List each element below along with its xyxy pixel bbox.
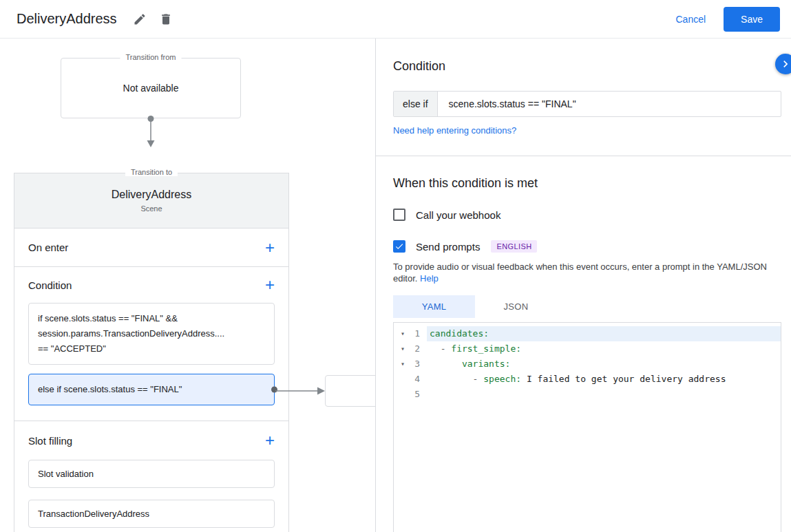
- editor-tabs: YAML JSON: [393, 295, 781, 318]
- fold-toggle-icon[interactable]: ▾: [394, 341, 412, 357]
- send-prompts-checkbox[interactable]: [393, 240, 405, 253]
- add-slot-button[interactable]: +: [261, 432, 279, 449]
- on-enter-section: On enter +: [14, 228, 288, 267]
- condition-section-label: Condition: [28, 279, 72, 291]
- checkmark-icon: [394, 242, 404, 251]
- fold-toggle-icon[interactable]: ▾: [394, 326, 412, 341]
- condition-value-input[interactable]: scene.slots.status == "FINAL": [438, 92, 781, 116]
- scene-card: Transition to DeliveryAddress Scene On e…: [14, 173, 289, 532]
- scene-subtitle: Scene: [140, 204, 162, 213]
- condition-box[interactable]: else if scene.slots.status == "FINAL": [28, 374, 275, 405]
- chevron-right-icon: [779, 57, 791, 71]
- scene-name: DeliveryAddress: [112, 189, 191, 201]
- line-number: 3: [412, 357, 427, 372]
- editor-line: ▾2 - first_simple:: [394, 341, 781, 357]
- transition-from-value: Not available: [61, 58, 240, 118]
- slot-handler-box[interactable]: TransactionDeliveryAddress: [28, 500, 275, 528]
- code-line: - speech: I failed to get your delivery …: [427, 372, 781, 387]
- webhook-label: Call your webhook: [416, 209, 500, 221]
- yaml-code-editor[interactable]: ▾1candidates:▾2 - first_simple:▾3 varian…: [393, 322, 781, 532]
- line-number: 4: [412, 372, 427, 387]
- add-on-enter-button[interactable]: +: [261, 239, 279, 257]
- slot-handler-box[interactable]: Slot validation: [28, 460, 275, 488]
- panel-divider: [376, 156, 791, 156]
- fold-toggle-icon[interactable]: ▾: [394, 357, 412, 372]
- code-line: [427, 387, 781, 402]
- webhook-row: Call your webhook: [393, 209, 781, 221]
- tab-json[interactable]: JSON: [475, 295, 557, 318]
- condition-input: else if scene.slots.status == "FINAL": [393, 91, 781, 117]
- add-condition-button[interactable]: +: [261, 276, 279, 294]
- when-condition-met-title: When this condition is met: [393, 176, 781, 191]
- header: DeliveryAddress Cancel Save: [0, 0, 791, 39]
- on-enter-label: On enter: [28, 242, 68, 253]
- send-prompts-label: Send prompts: [416, 241, 480, 253]
- slot-list: Slot validationTransactionDeliveryAddres…: [14, 460, 288, 532]
- collapse-panel-button[interactable]: [775, 54, 791, 74]
- pencil-icon: [133, 12, 147, 26]
- code-line: - first_simple:: [427, 341, 781, 357]
- webhook-checkbox[interactable]: [393, 209, 405, 221]
- slot-filling-label: Slot filling: [28, 435, 72, 447]
- code-line: variants:: [427, 357, 781, 372]
- editor-lines: ▾1candidates:▾2 - first_simple:▾3 varian…: [394, 326, 781, 402]
- line-number: 2: [412, 341, 427, 357]
- transition-from-box[interactable]: Transition from Not available: [61, 58, 241, 118]
- delete-button[interactable]: [153, 6, 179, 32]
- prompts-description: To provide audio or visual feedback when…: [393, 261, 781, 284]
- cancel-button[interactable]: Cancel: [675, 14, 706, 25]
- condition-box[interactable]: if scene.slots.status == "FINAL" &&sessi…: [28, 303, 275, 365]
- editor-line: 5: [394, 387, 781, 402]
- line-number: 1: [412, 326, 427, 341]
- next-scene-node[interactable]: [325, 375, 376, 407]
- prompts-description-text: To provide audio or visual feedback when…: [393, 262, 767, 284]
- line-number: 5: [412, 387, 427, 402]
- transition-to-label: Transition to: [125, 168, 178, 176]
- condition-section-header: Condition +: [14, 267, 288, 303]
- condition-panel: Condition else if scene.slots.status == …: [376, 39, 791, 532]
- connector-arrow-right: [274, 386, 328, 396]
- scene-header[interactable]: DeliveryAddress Scene: [14, 173, 288, 228]
- scene-canvas: Transition from Not available Transition…: [0, 39, 376, 532]
- slot-filling-section-header: Slot filling +: [14, 421, 288, 460]
- condition-prefix: else if: [394, 92, 438, 116]
- editor-line: ▾3 variants:: [394, 357, 781, 372]
- save-button[interactable]: Save: [724, 7, 780, 32]
- page-title: DeliveryAddress: [17, 11, 117, 27]
- language-badge: ENGLISH: [491, 240, 537, 253]
- tab-yaml[interactable]: YAML: [393, 295, 475, 318]
- edit-button[interactable]: [127, 6, 153, 32]
- conditions-help-link[interactable]: Need help entering conditions?: [393, 125, 516, 136]
- transition-arrow-down: [143, 116, 159, 149]
- send-prompts-row: Send prompts ENGLISH: [393, 240, 781, 253]
- condition-list: if scene.slots.status == "FINAL" &&sessi…: [14, 303, 288, 421]
- editor-line: 4 - speech: I failed to get your deliver…: [394, 372, 781, 387]
- transition-from-label: Transition from: [120, 53, 182, 61]
- editor-line: ▾1candidates:: [394, 326, 781, 341]
- trash-icon: [159, 12, 173, 26]
- fold-toggle-icon: [394, 372, 412, 387]
- fold-toggle-icon: [394, 387, 412, 402]
- help-inline-link[interactable]: Help: [420, 273, 439, 284]
- panel-title: Condition: [393, 59, 781, 74]
- code-line: candidates:: [427, 326, 781, 341]
